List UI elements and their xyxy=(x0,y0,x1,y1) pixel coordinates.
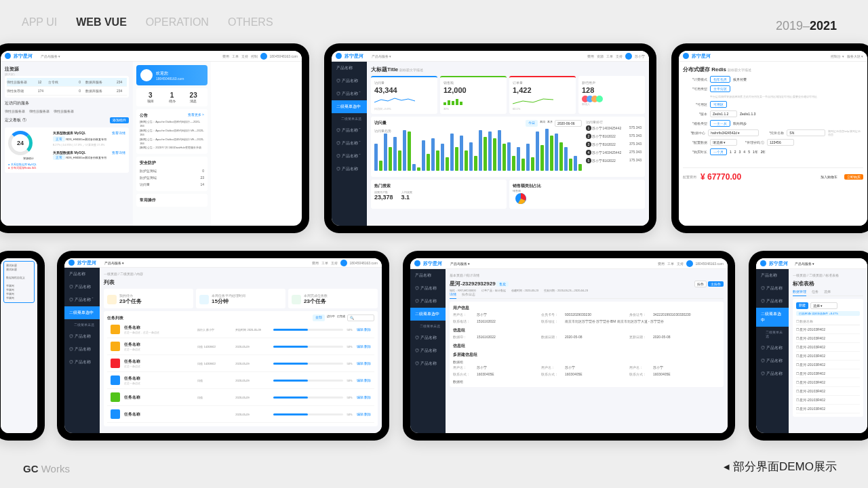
primary-button[interactable]: 主操作 xyxy=(708,281,724,287)
demo-label: ◂ 部分界面DEMO展示 xyxy=(724,459,837,474)
tablet-2: 苏宁星河产品与服务 ▾费用资源工单支持苏小宁 产品名称 ◎ 产品名称 ◎ 产品名… xyxy=(324,43,656,233)
tablet-5: 苏宁星河产品与服务 ▾费用工单支持18045048163.com 产品名称◎ 产… xyxy=(57,251,389,441)
action-button[interactable]: 操作 xyxy=(694,281,707,287)
buy-button[interactable]: 立即购买 xyxy=(844,174,863,180)
tablet-6: 苏宁星河产品与服务 ▾费用工单支持18045048163.com 产品名称◎ 产… xyxy=(403,251,735,441)
avatar[interactable] xyxy=(260,53,267,60)
svg-rect-2 xyxy=(452,101,454,105)
year-range: 2019–2021 xyxy=(776,19,837,33)
nav-item[interactable]: OTHERS xyxy=(228,16,273,28)
svg-rect-4 xyxy=(460,102,462,105)
nav-item-active[interactable]: WEB VUE xyxy=(76,16,127,28)
tablet-1: 苏宁星河产品与服务 ▾ 费用工单支持控制18045048163.com 注资源 … xyxy=(0,43,309,233)
svg-rect-3 xyxy=(456,99,458,105)
tablet-7: 苏宁星河产品与服务 ▾ 产品名称◎ 产品名称◎ 产品名称二级菜单选中二级菜单未选… xyxy=(749,251,868,441)
sidebar-item-active[interactable]: 二级菜单选中 xyxy=(332,100,367,113)
add-button[interactable]: 添加组件 xyxy=(110,117,129,123)
tablet-3: 苏宁星河控制台 ▾服务大区 ▾ 分布式缓存 Redis 副标题文字描述 *计费模… xyxy=(671,43,868,233)
sidebar: 产品名称 ◎ 产品名称 ◎ 产品名称 ˄ 二级菜单选中 二级菜单未选 ◎ 产品名… xyxy=(332,62,367,226)
top-nav: APP UI WEB VUE OPERATION OTHERS xyxy=(22,16,273,28)
tablet-4-edge: 测试标题测试标题数据规格自定义节填写节填写节填写节填写 xyxy=(0,251,45,441)
svg-rect-1 xyxy=(448,100,450,105)
donut-chart: 24 xyxy=(8,131,33,155)
logo-icon xyxy=(5,53,11,59)
footer-brand: GC Works xyxy=(23,463,70,474)
svg-rect-0 xyxy=(443,102,446,105)
bar-chart xyxy=(374,133,582,174)
nav-item[interactable]: OPERATION xyxy=(146,16,209,28)
header: 苏宁星河产品与服务 ▾ 费用工单支持控制18045048163.com xyxy=(1,51,302,62)
section-title: 注资源 xyxy=(5,66,129,73)
welcome-card: 欢迎您18045048163.com xyxy=(136,65,208,85)
nav-item[interactable]: APP UI xyxy=(22,16,57,28)
